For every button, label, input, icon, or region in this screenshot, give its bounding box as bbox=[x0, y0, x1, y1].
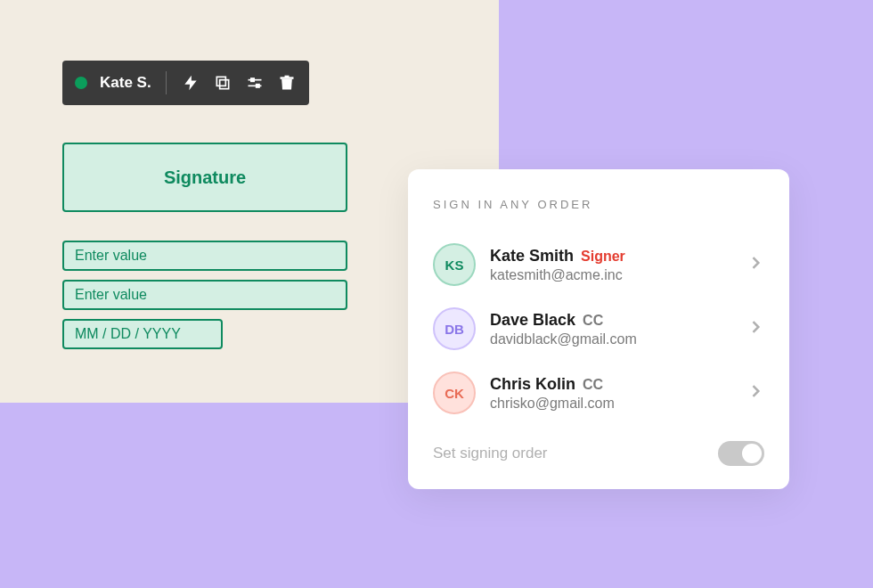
svg-rect-0 bbox=[219, 80, 228, 89]
recipient-row-kate-smith[interactable]: KS Kate Smith Signer katesmith@acme.inc bbox=[433, 233, 764, 297]
date-field[interactable]: MM / DD / YYYY bbox=[62, 319, 223, 349]
recipients-card: SIGN IN ANY ORDER KS Kate Smith Signer k… bbox=[408, 169, 789, 489]
svg-rect-1 bbox=[216, 77, 225, 86]
field-toolbar: Kate S. bbox=[62, 61, 309, 105]
text-field-2[interactable]: Enter value bbox=[62, 280, 347, 310]
signature-field-label: Signature bbox=[164, 167, 246, 188]
avatar: KS bbox=[433, 243, 476, 286]
toggle-knob bbox=[742, 444, 762, 463]
text-field-1[interactable]: Enter value bbox=[62, 241, 347, 271]
recipient-info: Kate Smith Signer katesmith@acme.inc bbox=[490, 247, 732, 283]
avatar-initials: CK bbox=[445, 386, 464, 401]
recipients-heading: SIGN IN ANY ORDER bbox=[433, 198, 764, 211]
lightning-icon[interactable] bbox=[181, 73, 200, 93]
recipient-role: CC bbox=[583, 377, 603, 393]
text-field-1-placeholder: Enter value bbox=[75, 248, 147, 264]
recipient-info: Dave Black CC davidblack@gmail.com bbox=[490, 311, 732, 347]
chevron-right-icon bbox=[747, 254, 764, 275]
avatar-initials: KS bbox=[445, 257, 464, 273]
recipient-name: Kate Smith bbox=[490, 247, 574, 265]
toolbar-divider bbox=[166, 71, 167, 94]
signing-order-toggle-row: Set signing order bbox=[433, 441, 764, 466]
recipient-email: chrisko@gmail.com bbox=[490, 396, 732, 412]
recipient-row-chris-kolin[interactable]: CK Chris Kolin CC chrisko@gmail.com bbox=[433, 361, 764, 425]
signing-order-toggle[interactable] bbox=[718, 441, 764, 466]
sliders-icon[interactable] bbox=[245, 73, 265, 93]
svg-rect-7 bbox=[284, 76, 289, 78]
recipient-email: davidblack@gmail.com bbox=[490, 331, 732, 347]
signing-order-label: Set signing order bbox=[433, 445, 548, 462]
date-field-placeholder: MM / DD / YYYY bbox=[75, 326, 181, 342]
trash-icon[interactable] bbox=[277, 73, 297, 93]
recipient-role: Signer bbox=[581, 249, 625, 265]
recipient-email: katesmith@acme.inc bbox=[490, 267, 732, 283]
recipient-name: Chris Kolin bbox=[490, 375, 575, 394]
status-dot-icon bbox=[75, 77, 87, 89]
assigned-user-name: Kate S. bbox=[100, 74, 151, 92]
chevron-right-icon bbox=[747, 382, 764, 404]
chevron-right-icon bbox=[747, 318, 764, 339]
recipient-info: Chris Kolin CC chrisko@gmail.com bbox=[490, 375, 732, 412]
recipient-row-dave-black[interactable]: DB Dave Black CC davidblack@gmail.com bbox=[433, 297, 764, 361]
recipient-name: Dave Black bbox=[490, 311, 575, 330]
svg-rect-4 bbox=[250, 78, 253, 81]
recipient-role: CC bbox=[583, 313, 603, 329]
text-field-2-placeholder: Enter value bbox=[75, 287, 147, 303]
copy-icon[interactable] bbox=[213, 73, 233, 93]
avatar: DB bbox=[433, 307, 476, 350]
svg-rect-5 bbox=[256, 85, 258, 87]
avatar: CK bbox=[433, 372, 476, 414]
avatar-initials: DB bbox=[445, 322, 464, 337]
signature-field[interactable]: Signature bbox=[62, 143, 347, 212]
